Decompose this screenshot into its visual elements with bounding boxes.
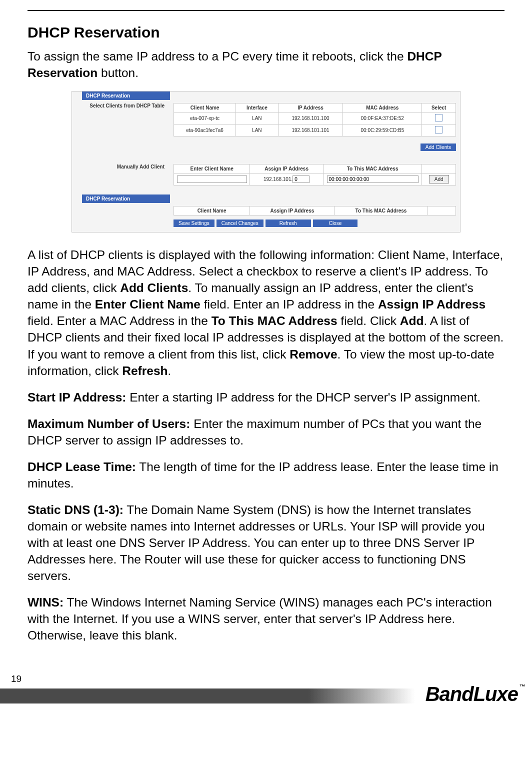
emphasis: Add — [400, 314, 424, 328]
emphasis: Refresh — [122, 364, 168, 378]
body-paragraph: Start IP Address: Enter a starting IP ad… — [28, 389, 504, 406]
panel-title: DHCP Reservation — [82, 194, 170, 203]
cell-select[interactable] — [422, 112, 456, 124]
col-mac: To This MAC Address — [334, 206, 428, 216]
logo-text: BandLuxe — [426, 683, 518, 704]
button-toolbar: Save Settings Cancel Changes Refresh Clo… — [174, 220, 456, 227]
field-label: WINS: — [28, 596, 64, 609]
mac-cell[interactable] — [323, 174, 422, 186]
reservation-list-table: Client Name Assign IP Address To This MA… — [174, 206, 456, 216]
dhcp-reservation-screenshot: DHCP Reservation Select Clients from DHC… — [72, 91, 460, 232]
cancel-changes-button[interactable]: Cancel Changes — [216, 220, 264, 227]
cell-ip: 192.168.101.100 — [278, 112, 343, 124]
cell-ip: 192.168.101.101 — [278, 124, 343, 136]
text: To assign the same IP address to a PC ev… — [28, 50, 407, 63]
col-blank — [428, 206, 456, 216]
cell-mac: 00:0C:29:59:CD:B5 — [343, 124, 422, 136]
checkbox-icon[interactable] — [435, 114, 442, 122]
emphasis: Assign IP Address — [378, 298, 486, 311]
dhcp-client-table: Client Name Interface IP Address MAC Add… — [174, 103, 456, 136]
field-label: Start IP Address: — [28, 390, 126, 404]
col-enter-name: Enter Client Name — [174, 164, 250, 174]
save-settings-button[interactable]: Save Settings — [174, 220, 214, 227]
col-add — [422, 164, 456, 174]
emphasis: To This MAC Address — [212, 314, 338, 328]
col-ip: IP Address — [278, 104, 343, 112]
add-clients-button[interactable]: Add Clients — [420, 144, 456, 151]
checkbox-icon[interactable] — [435, 126, 442, 134]
trademark-icon: ™ — [520, 683, 525, 690]
add-button[interactable]: Add — [429, 175, 449, 184]
emphasis: Add Clients — [120, 281, 188, 294]
col-mac: To This MAC Address — [323, 164, 422, 174]
cell-iface: LAN — [236, 112, 278, 124]
intro-paragraph: To assign the same IP address to a PC ev… — [28, 48, 504, 81]
col-client-name: Client Name — [174, 104, 236, 112]
table-header-row: Enter Client Name Assign IP Address To T… — [174, 164, 456, 174]
body-paragraph: Maximum Number of Users: Enter the maxim… — [28, 416, 504, 448]
page-footer: 19 BandLuxe™ — [0, 674, 532, 704]
cell-name: eta-007-xp-tc — [174, 112, 236, 124]
brand-logo: BandLuxe™ — [426, 683, 525, 704]
assign-ip-cell: 192.168.101. — [250, 174, 324, 186]
ip-last-octet-input[interactable] — [292, 176, 310, 183]
table-row: eta-007-xp-tc LAN 192.168.101.100 00:0F:… — [174, 112, 456, 124]
col-ip: Assign IP Address — [250, 206, 334, 216]
emphasis: Remove — [290, 348, 337, 361]
table-row: 192.168.101. Add — [174, 174, 456, 186]
section-heading: DHCP Reservation — [28, 24, 504, 41]
body-paragraph: WINS: The Windows Internet Naming Servic… — [28, 594, 504, 644]
field-label: Maximum Number of Users: — [28, 417, 190, 430]
cell-select[interactable] — [422, 124, 456, 136]
mac-input[interactable] — [327, 176, 418, 183]
text: Enter a starting IP address for the DHCP… — [126, 390, 480, 404]
text: The Windows Internet Naming Service (WIN… — [28, 596, 492, 642]
cell-iface: LAN — [236, 124, 278, 136]
body-paragraph: A list of DHCP clients is displayed with… — [28, 246, 504, 379]
refresh-button[interactable]: Refresh — [266, 220, 311, 227]
field-label: Static DNS (1-3): — [28, 503, 124, 516]
section-label: Select Clients from DHCP Table — [72, 100, 170, 156]
text: field. Enter an IP address in the — [200, 298, 378, 311]
cell-name: eta-90ac1fec7a6 — [174, 124, 236, 136]
table-row: eta-90ac1fec7a6 LAN 192.168.101.101 00:0… — [174, 124, 456, 136]
client-name-input[interactable] — [177, 176, 247, 183]
table-header-row: Client Name Interface IP Address MAC Add… — [174, 104, 456, 112]
client-name-cell[interactable] — [174, 174, 250, 186]
manual-add-table: Enter Client Name Assign IP Address To T… — [174, 164, 456, 186]
section-label: Manually Add Client — [72, 161, 170, 190]
col-name: Client Name — [174, 206, 250, 216]
add-cell: Add — [422, 174, 456, 186]
footer-bar: BandLuxe™ — [0, 688, 532, 704]
field-label: DHCP Lease Time: — [28, 460, 136, 474]
text: button. — [98, 66, 138, 80]
text: . — [168, 364, 172, 378]
col-mac: MAC Address — [343, 104, 422, 112]
body-paragraph: DHCP Lease Time: The length of time for … — [28, 458, 504, 492]
col-assign-ip: Assign IP Address — [250, 164, 324, 174]
table-header-row: Client Name Assign IP Address To This MA… — [174, 206, 456, 216]
close-button[interactable]: Close — [313, 220, 358, 227]
emphasis: Enter Client Name — [95, 298, 200, 311]
panel-title: DHCP Reservation — [82, 92, 170, 100]
cell-mac: 00:0F:EA:37:DE:52 — [343, 112, 422, 124]
body-paragraph: Static DNS (1-3): The Domain Name System… — [28, 502, 504, 584]
col-select: Select — [422, 104, 456, 112]
text: field. Enter a MAC Address in the — [28, 314, 212, 328]
col-interface: Interface — [236, 104, 278, 112]
ip-prefix: 192.168.101. — [264, 176, 292, 182]
text: field. Click — [338, 314, 400, 328]
